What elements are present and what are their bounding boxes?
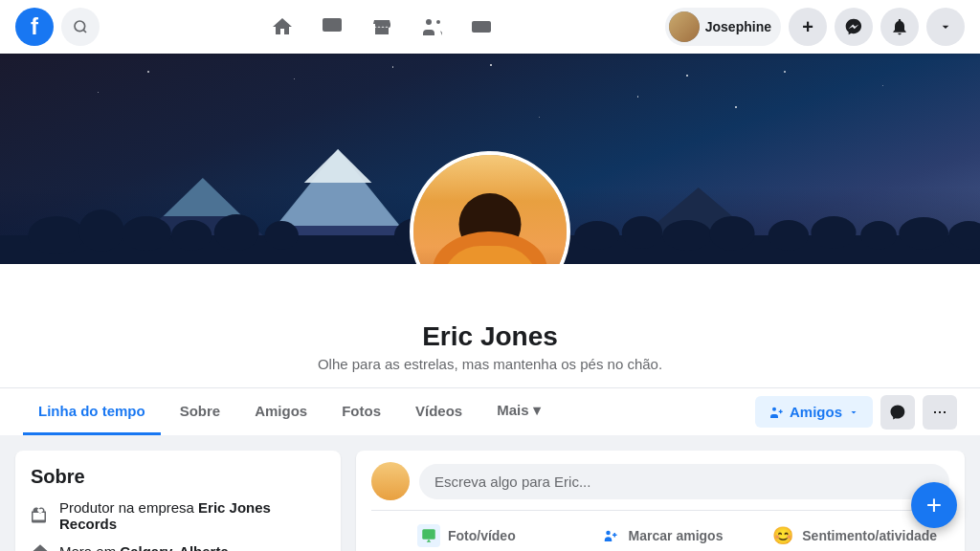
about-work: Produtor na empresa Eric Jones Records: [31, 499, 325, 532]
post-box-top: Escreva algo para Eric...: [371, 462, 949, 500]
svg-point-26: [622, 216, 662, 249]
photo-video-action[interactable]: Foto/vídeo: [371, 518, 562, 551]
tab-more[interactable]: Mais ▾: [481, 388, 556, 435]
svg-point-16: [78, 209, 123, 252]
profile-tabs: Linha do tempo Sobre Amigos Fotos Vídeos…: [0, 387, 980, 435]
notifications-btn[interactable]: [880, 8, 919, 46]
profile-bio: Olhe para as estrelas, mas mantenha os p…: [0, 356, 980, 372]
tab-actions: Amigos ···: [755, 395, 957, 430]
user-menu[interactable]: Josephine: [665, 8, 781, 46]
svg-point-15: [28, 216, 84, 254]
post-box: Escreva algo para Eric... Foto/vídeo Mar…: [356, 451, 965, 551]
tab-timeline[interactable]: Linha do tempo: [23, 389, 161, 435]
tab-friends[interactable]: Amigos: [239, 389, 323, 435]
about-lives: Mora em Calgary, Alberta: [31, 541, 325, 551]
facebook-logo[interactable]: f: [15, 8, 54, 46]
add-btn[interactable]: +: [789, 8, 827, 46]
navbar: f Josephine +: [0, 0, 980, 54]
tab-about[interactable]: Sobre: [165, 389, 236, 435]
user-avatar-small: [669, 11, 700, 42]
svg-point-25: [574, 221, 619, 250]
nav-home-btn[interactable]: [259, 4, 305, 50]
svg-point-3: [426, 19, 432, 25]
svg-point-27: [662, 220, 712, 251]
more-dots: ···: [932, 402, 947, 422]
post-composer-avatar: [371, 462, 410, 500]
tab-videos[interactable]: Vídeos: [400, 389, 478, 435]
post-input[interactable]: Escreva algo para Eric...: [419, 464, 949, 499]
work-icon: [31, 506, 50, 525]
tag-friends-icon: [598, 524, 621, 547]
work-company: Eric Jones Records: [59, 499, 271, 532]
home-icon: [31, 541, 50, 551]
post-actions: Foto/vídeo Marcar amigos 😊 Sentimento/at…: [371, 510, 949, 551]
svg-point-28: [710, 216, 755, 251]
profile-info: Eric Jones Olhe para as estrelas, mas ma…: [0, 264, 980, 387]
friends-button[interactable]: Amigos: [755, 396, 873, 428]
nav-left: f: [15, 8, 100, 46]
search-box[interactable]: [61, 8, 100, 46]
svg-point-18: [171, 220, 212, 251]
svg-rect-2: [323, 18, 342, 32]
left-column: Sobre Produtor na empresa Eric Jones Rec…: [15, 451, 341, 551]
svg-marker-10: [164, 178, 242, 216]
svg-point-32: [899, 217, 948, 250]
main-content: Sobre Produtor na empresa Eric Jones Rec…: [0, 435, 980, 551]
photo-video-icon: [417, 524, 440, 547]
about-title: Sobre: [31, 466, 325, 488]
profile-container: Eric Jones Olhe para as estrelas, mas ma…: [0, 54, 980, 435]
user-name: Josephine: [705, 19, 771, 34]
tag-friends-action[interactable]: Marcar amigos: [566, 518, 756, 551]
cover-photo: [0, 54, 980, 264]
messenger-btn[interactable]: [835, 8, 873, 46]
nav-center: [100, 4, 665, 50]
about-card: Sobre Produtor na empresa Eric Jones Rec…: [15, 451, 341, 551]
svg-point-30: [811, 216, 856, 249]
svg-point-38: [606, 531, 611, 536]
feeling-icon: 😊: [771, 524, 794, 547]
tag-friends-label: Marcar amigos: [629, 528, 724, 543]
tab-photos[interactable]: Fotos: [326, 389, 396, 435]
svg-point-34: [772, 407, 776, 410]
svg-point-19: [214, 214, 259, 251]
nav-groups-btn[interactable]: [409, 4, 455, 50]
nav-gaming-btn[interactable]: [458, 4, 504, 50]
nav-right: Josephine +: [665, 8, 965, 46]
profile-pic-image: [413, 155, 567, 264]
nav-watch-btn[interactable]: [309, 4, 355, 50]
message-button[interactable]: [880, 395, 915, 430]
svg-rect-37: [422, 529, 435, 540]
feeling-label: Sentimento/atividade: [802, 528, 937, 543]
dropdown-btn[interactable]: [926, 8, 965, 46]
svg-point-31: [860, 221, 897, 250]
nav-marketplace-btn[interactable]: [359, 4, 405, 50]
svg-point-17: [122, 216, 171, 251]
fab-button[interactable]: +: [911, 482, 957, 528]
svg-point-20: [265, 221, 299, 250]
svg-point-4: [436, 20, 440, 24]
fab-icon: +: [926, 490, 942, 520]
svg-line-1: [83, 30, 86, 33]
photo-video-label: Foto/vídeo: [448, 528, 516, 543]
svg-marker-8: [304, 149, 372, 183]
svg-point-0: [75, 21, 85, 32]
right-column: Escreva algo para Eric... Foto/vídeo Mar…: [356, 451, 965, 551]
profile-picture[interactable]: [410, 151, 570, 264]
more-options-button[interactable]: ···: [923, 395, 957, 430]
svg-point-29: [768, 220, 809, 251]
friends-btn-label: Amigos: [790, 404, 842, 420]
profile-name: Eric Jones: [0, 321, 980, 352]
lives-city: Calgary, Alberta: [120, 543, 228, 552]
